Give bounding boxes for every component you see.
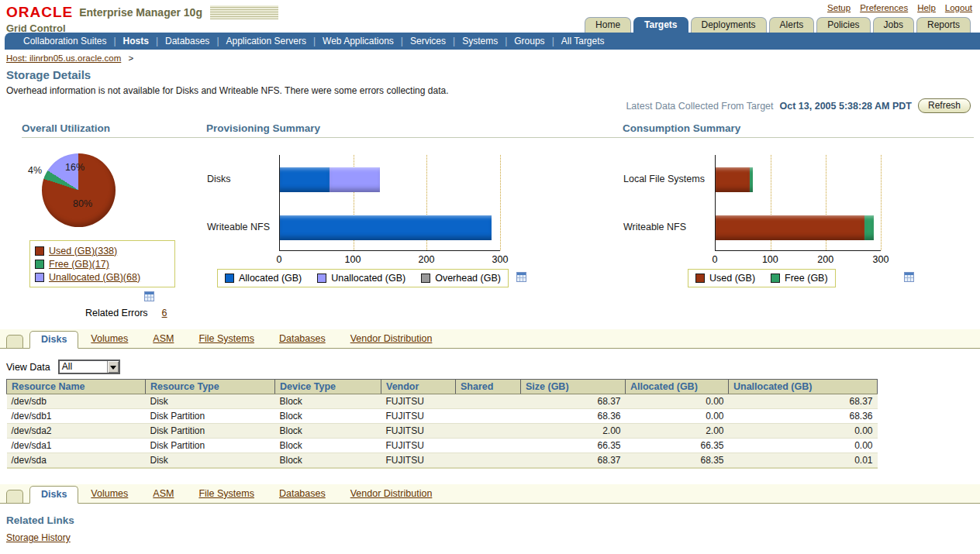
cell: 66.35 <box>626 439 729 453</box>
view-data-selected-value: All <box>60 361 107 373</box>
subtab-asm[interactable]: ASM <box>153 333 174 344</box>
nav-collaboration-suites[interactable]: Collaboration Suites <box>23 36 106 46</box>
logout-link[interactable]: Logout <box>945 3 972 12</box>
cell: FUJITSU <box>381 439 456 453</box>
disks-unallocated-segment <box>330 167 379 192</box>
provisioning-summary-section: Provisioning Summary Disks Writeable NFS… <box>206 122 623 318</box>
overall-utilization-section: Overall Utilization 80% 4% 16% Used (GB)… <box>22 122 206 318</box>
gridline <box>500 155 501 250</box>
used-legend-label: Used (GB) <box>709 273 755 284</box>
category-label-writeable-nfs: Writeable NFS <box>207 222 270 232</box>
tab-jobs[interactable]: Jobs <box>873 17 914 33</box>
lfs-used-segment <box>716 167 750 192</box>
tab-targets[interactable]: Targets <box>633 17 688 33</box>
related-errors-label: Related Errors <box>85 308 148 318</box>
storage-history-link[interactable]: Storage History <box>6 532 71 543</box>
pie-legend: Used (GB)(338) Free (GB)(17) Unallocated… <box>29 240 175 287</box>
brand-stripes-decoration <box>210 5 278 19</box>
tab-alerts[interactable]: Alerts <box>769 17 815 33</box>
pie-label-unallocated: 16% <box>65 162 85 173</box>
tab-policies[interactable]: Policies <box>816 17 870 33</box>
breadcrumb-separator: > <box>129 53 134 63</box>
table-row: /dev/sdaDiskBlockFUJITSU68.3768.350.01 <box>7 453 878 469</box>
used-legend-link[interactable]: Used (GB)(338) <box>49 246 117 256</box>
tab-reports[interactable]: Reports <box>916 17 971 33</box>
nav-separator: | <box>313 36 316 46</box>
product-name: Enterprise Manager 10g <box>79 6 202 19</box>
nav-web-applications[interactable]: Web Applications <box>323 36 394 46</box>
table-row: /dev/sda1Disk PartitionBlockFUJITSU66.35… <box>7 439 878 453</box>
col-unallocated-gb: Unallocated (GB) <box>729 380 878 394</box>
cell: 66.35 <box>521 439 626 453</box>
related-links-heading: Related Links <box>6 514 980 526</box>
subtab-disks[interactable]: Disks <box>29 486 78 504</box>
nav-application-servers[interactable]: Application Servers <box>226 36 306 46</box>
quick-links: Setup Preferences Help Logout <box>827 3 972 12</box>
provisioning-summary-heading: Provisioning Summary <box>206 122 623 138</box>
nav-separator: | <box>156 36 158 46</box>
table-view-icon[interactable] <box>516 271 526 285</box>
cell: 0.00 <box>729 439 878 453</box>
breadcrumb-host-link[interactable]: Host: ilinrbn05.us.oracle.com <box>6 53 121 63</box>
help-link[interactable]: Help <box>917 3 936 12</box>
cell: /dev/sdb1 <box>7 409 146 424</box>
subtab-file-systems[interactable]: File Systems <box>198 333 254 344</box>
oracle-logo: ORACLE <box>6 4 73 21</box>
cell: FUJITSU <box>381 409 456 424</box>
cell: 68.37 <box>521 453 626 469</box>
cell: 68.37 <box>729 394 878 409</box>
tab-deployments[interactable]: Deployments <box>691 17 767 33</box>
nav-separator: | <box>552 36 554 46</box>
provisioning-x-axis: 0 100 200 300 <box>279 253 500 266</box>
view-data-label: View Data <box>6 362 50 373</box>
col-shared: Shared <box>456 380 521 394</box>
used-swatch <box>695 274 705 283</box>
breadcrumb: Host: ilinrbn05.us.oracle.com > <box>6 53 980 63</box>
cell <box>456 439 521 453</box>
related-errors-count-link[interactable]: 6 <box>162 308 167 318</box>
subtab-volumes[interactable]: Volumes <box>91 488 128 499</box>
category-label-writeable-nfs: Writeable NFS <box>623 222 686 232</box>
x-tick: 300 <box>873 254 889 265</box>
unallocated-legend-link[interactable]: Unallocated (GB)(68) <box>49 272 140 283</box>
latest-data-row: Latest Data Collected From Target Oct 13… <box>0 98 971 113</box>
subtab-asm[interactable]: ASM <box>153 488 174 499</box>
app-header: Setup Preferences Help Logout ORACLE Ent… <box>0 0 980 50</box>
subtab-databases[interactable]: Databases <box>279 333 326 344</box>
nav-hosts[interactable]: Hosts <box>123 36 149 46</box>
subtab-vendor-distribution[interactable]: Vendor Distribution <box>350 333 433 344</box>
nav-separator: | <box>505 36 507 46</box>
subtab-volumes[interactable]: Volumes <box>91 333 128 344</box>
nav-databases[interactable]: Databases <box>165 36 209 46</box>
refresh-button[interactable]: Refresh <box>918 98 971 113</box>
subtab-disks[interactable]: Disks <box>29 331 78 349</box>
cell: Block <box>275 424 381 439</box>
setup-link[interactable]: Setup <box>827 3 851 12</box>
cell <box>456 424 521 439</box>
nfs-free-segment <box>864 215 875 240</box>
overhead-swatch <box>421 274 430 283</box>
cell: 68.36 <box>729 409 878 424</box>
cell: /dev/sdb <box>7 394 146 409</box>
table-view-icon[interactable] <box>904 271 914 285</box>
subtab-databases[interactable]: Databases <box>279 488 326 499</box>
disks-bar <box>280 167 500 192</box>
charts-section: Overall Utilization 80% 4% 16% Used (GB)… <box>22 122 974 318</box>
tab-home[interactable]: Home <box>585 17 631 33</box>
cell <box>456 394 521 409</box>
nav-all-targets[interactable]: All Targets <box>561 36 605 46</box>
top-tab-bar: Home Targets Deployments Alerts Policies… <box>585 17 971 33</box>
subtab-file-systems[interactable]: File Systems <box>198 488 254 499</box>
dropdown-arrow-icon[interactable] <box>107 361 119 373</box>
nav-services[interactable]: Services <box>410 36 446 46</box>
x-tick: 0 <box>277 254 282 265</box>
preferences-link[interactable]: Preferences <box>860 3 908 12</box>
view-data-select[interactable]: All <box>58 360 120 374</box>
latest-data-timestamp: Oct 13, 2005 5:38:28 AM PDT <box>780 101 912 112</box>
nav-systems[interactable]: Systems <box>462 36 498 46</box>
cell <box>456 409 521 424</box>
table-view-icon[interactable] <box>144 291 154 304</box>
free-legend-link[interactable]: Free (GB)(17) <box>49 259 109 270</box>
nav-groups[interactable]: Groups <box>514 36 544 46</box>
subtab-vendor-distribution[interactable]: Vendor Distribution <box>350 488 433 499</box>
